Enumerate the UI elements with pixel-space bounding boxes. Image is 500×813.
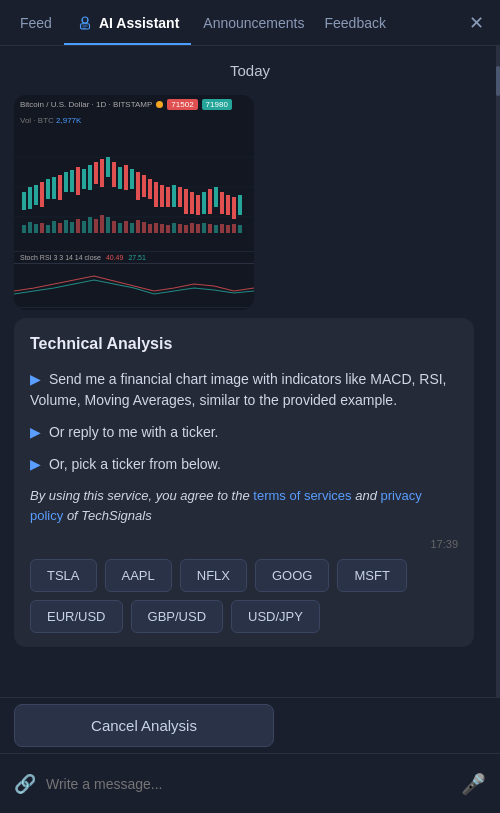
message-bubble: Technical Analysis ▶ Send me a financial… xyxy=(14,318,474,647)
ticker-eurusd[interactable]: EUR/USD xyxy=(30,600,123,633)
svg-rect-38 xyxy=(214,187,218,207)
ticker-msft[interactable]: MSFT xyxy=(337,559,406,592)
ticker-goog[interactable]: GOOG xyxy=(255,559,329,592)
ticker-aapl[interactable]: AAPL xyxy=(105,559,172,592)
ai-assistant-icon xyxy=(76,14,94,32)
svg-rect-34 xyxy=(190,192,194,214)
svg-rect-14 xyxy=(70,170,74,192)
terms-link[interactable]: terms of services xyxy=(253,488,351,503)
svg-rect-63 xyxy=(142,222,146,233)
svg-rect-57 xyxy=(106,217,110,233)
message-line1: ▶ Send me a financial chart image with i… xyxy=(30,369,458,412)
svg-rect-68 xyxy=(172,223,176,233)
svg-rect-66 xyxy=(160,224,164,233)
ticker-nflx[interactable]: NFLX xyxy=(180,559,247,592)
svg-rect-17 xyxy=(88,165,92,190)
scroll-thumb xyxy=(496,66,500,96)
svg-rect-7 xyxy=(28,187,32,209)
svg-rect-36 xyxy=(202,192,206,214)
arrow-icon-2: ▶ xyxy=(30,424,41,440)
message-input[interactable] xyxy=(46,776,451,792)
svg-rect-69 xyxy=(178,224,182,233)
microphone-icon[interactable]: 🎤 xyxy=(461,772,486,796)
svg-rect-64 xyxy=(148,224,152,233)
chart-container: Bitcoin / U.S. Dollar · 1D · BITSTAMP 71… xyxy=(14,95,254,310)
svg-rect-39 xyxy=(220,192,224,214)
svg-rect-8 xyxy=(34,185,38,205)
chart-symbol: Bitcoin / U.S. Dollar · 1D · BITSTAMP xyxy=(20,100,152,109)
arrow-icon-3: ▶ xyxy=(30,456,41,472)
svg-rect-43 xyxy=(22,225,26,233)
chart-tag2: 71980 xyxy=(202,99,232,110)
svg-rect-31 xyxy=(172,185,176,207)
nav-feed[interactable]: Feed xyxy=(8,3,64,43)
nav-announcements[interactable]: Announcements xyxy=(191,3,316,43)
svg-rect-51 xyxy=(70,222,74,233)
svg-rect-15 xyxy=(76,167,80,195)
svg-rect-77 xyxy=(226,225,230,233)
candlestick-chart xyxy=(14,127,254,247)
message-line2: ▶ Or reply to me with a ticker. xyxy=(30,422,458,444)
svg-rect-13 xyxy=(64,172,68,192)
svg-rect-79 xyxy=(238,225,242,233)
message-timestamp: 17:39 xyxy=(30,536,458,553)
svg-rect-71 xyxy=(190,223,194,233)
svg-rect-42 xyxy=(238,195,242,215)
svg-rect-80 xyxy=(14,266,254,301)
svg-rect-60 xyxy=(124,221,128,233)
vol-info: Vol · BTC 2,977K xyxy=(14,114,254,127)
svg-rect-67 xyxy=(166,225,170,233)
svg-rect-74 xyxy=(208,224,212,233)
svg-rect-9 xyxy=(40,182,44,207)
cancel-analysis-button[interactable]: Cancel Analysis xyxy=(14,704,274,747)
svg-rect-46 xyxy=(40,223,44,233)
scroll-indicator xyxy=(496,46,500,697)
ticker-gbpusd[interactable]: GBP/USD xyxy=(131,600,224,633)
message-line3: ▶ Or, pick a ticker from below. xyxy=(30,454,458,476)
chart-dot xyxy=(156,101,163,108)
svg-rect-10 xyxy=(46,179,50,199)
close-button[interactable]: ✕ xyxy=(461,4,492,42)
svg-rect-22 xyxy=(118,167,122,189)
svg-rect-52 xyxy=(76,219,80,233)
input-bar: 🔗 🎤 xyxy=(0,753,500,813)
svg-rect-37 xyxy=(208,189,212,214)
svg-rect-48 xyxy=(52,221,56,233)
attach-icon[interactable]: 🔗 xyxy=(14,773,36,795)
svg-rect-20 xyxy=(106,157,110,177)
nav-ai-assistant[interactable]: AI Assistant xyxy=(64,2,191,44)
svg-rect-55 xyxy=(94,219,98,233)
svg-rect-29 xyxy=(160,185,164,207)
svg-rect-56 xyxy=(100,215,104,233)
arrow-icon-1: ▶ xyxy=(30,371,41,387)
svg-rect-70 xyxy=(184,225,188,233)
svg-rect-53 xyxy=(82,221,86,233)
rsi-label: Stoch RSI 3 3 14 14 close 40.49 27.51 xyxy=(14,251,254,263)
today-label: Today xyxy=(14,62,486,79)
svg-rect-54 xyxy=(88,217,92,233)
svg-rect-72 xyxy=(196,224,200,233)
svg-rect-75 xyxy=(214,225,218,233)
svg-rect-49 xyxy=(58,223,62,233)
svg-rect-11 xyxy=(52,177,56,199)
ticker-row-1: TSLA AAPL NFLX GOOG MSFT xyxy=(30,559,458,592)
chat-area: Today Bitcoin / U.S. Dollar · 1D · BITST… xyxy=(0,46,500,697)
svg-rect-44 xyxy=(28,222,32,233)
svg-rect-58 xyxy=(112,221,116,233)
svg-rect-6 xyxy=(22,192,26,210)
rsi-chart xyxy=(14,263,254,303)
svg-rect-59 xyxy=(118,223,122,233)
svg-rect-25 xyxy=(136,172,140,200)
ticker-tsla[interactable]: TSLA xyxy=(30,559,97,592)
svg-rect-30 xyxy=(166,187,170,207)
svg-rect-12 xyxy=(58,175,62,200)
ticker-usdjpy[interactable]: USD/JPY xyxy=(231,600,320,633)
svg-rect-19 xyxy=(100,159,104,187)
cancel-area: Cancel Analysis xyxy=(0,697,500,753)
svg-rect-65 xyxy=(154,223,158,233)
nav-feedback[interactable]: Feedback xyxy=(317,3,394,43)
chart-bubble: Bitcoin / U.S. Dollar · 1D · BITSTAMP 71… xyxy=(14,95,254,310)
svg-rect-28 xyxy=(154,182,158,207)
svg-rect-40 xyxy=(226,195,230,215)
message-title: Technical Analysis xyxy=(30,332,458,357)
